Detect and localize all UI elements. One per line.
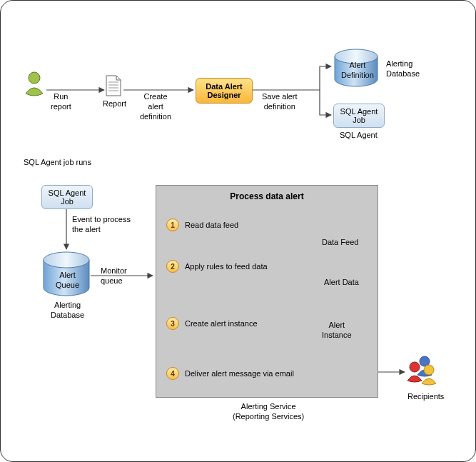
diagram-frame: Run report Report Create alert definitio… [0,0,476,462]
step-4-text: Deliver alert message via email [185,369,294,378]
alert-queue-label: Alert Queue [56,271,79,291]
section-label: SQL Agent job runs [24,158,91,166]
step-3-text: Create alert instance [185,319,258,328]
save-alert-def-label: Save alert definition [262,92,298,112]
step-4: 4 Deliver alert message via email [166,367,294,380]
data-feed-label: Data Feed [322,238,358,248]
step-1: 1 Read data feed [166,219,238,231]
people-icon [407,356,436,385]
step-3-num: 3 [166,317,179,330]
panel-caption: Alerting Service (Reporting Services) [233,402,304,422]
svg-point-26 [424,365,434,375]
user-icon [26,72,43,96]
alerting-db-label: Alerting Database [386,59,420,79]
step-1-num: 1 [166,219,179,231]
svg-point-12 [29,72,40,84]
report-label: Report [103,99,126,109]
sql-agent-label: SQL Agent [340,131,378,141]
data-alert-designer-box: Data Alert Designer [196,78,253,104]
recipients-label: Recipients [407,392,444,402]
svg-point-25 [410,362,420,372]
monitor-queue-label: Monitor queue [101,266,127,286]
event-to-process-label: Event to process the alert [72,215,131,235]
step-2: 2 Apply rules to feed data [166,260,268,273]
svg-point-5 [44,252,89,268]
alerting-db-label-2: Alerting Database [51,301,84,321]
alert-data-label: Alert Data [324,278,359,288]
sql-agent-job-box-left: SQL Agent Job [41,185,93,209]
step-2-num: 2 [166,260,179,273]
run-report-label: Run report [51,92,71,112]
alert-instance-label: Alert Instance [322,321,352,341]
step-1-text: Read data feed [185,221,238,229]
process-panel: Process data alert 1 Read data feed 2 Ap… [156,185,378,398]
panel-title: Process data alert [156,191,378,201]
step-3: 3 Create alert instance [166,317,258,330]
create-alert-def-label: Create alert definition [140,92,171,121]
alert-definition-label: Alert Definition [341,61,374,81]
report-icon [106,76,121,96]
step-4-num: 4 [166,367,179,380]
sql-agent-job-box-top: SQL Agent Job [333,104,385,128]
step-2-text: Apply rules to feed data [185,262,268,271]
